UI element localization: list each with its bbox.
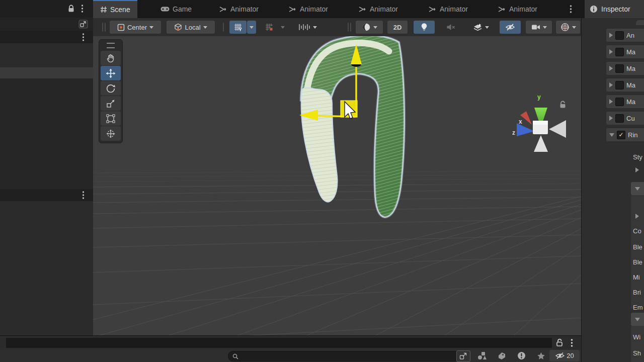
move-tool[interactable]	[101, 66, 121, 80]
tab-animator-5[interactable]: Animator	[491, 0, 544, 18]
foldout-icon[interactable]	[609, 49, 613, 54]
open-search-window-button[interactable]	[456, 350, 470, 362]
chevron-down-icon	[203, 26, 207, 29]
overlay-drag-handle-icon[interactable]	[107, 43, 115, 48]
scene-visibility-toggle[interactable]	[500, 21, 521, 34]
property-label: Ble	[633, 258, 642, 266]
snap-increment-dropdown[interactable]	[293, 21, 321, 34]
move-icon	[106, 68, 116, 78]
rotate-icon	[106, 83, 116, 94]
filter-by-type-button[interactable]	[475, 350, 489, 361]
tab-label: Animator	[300, 5, 328, 13]
tab-animator-3[interactable]: Animator	[352, 0, 405, 18]
view-hand-tool[interactable]	[101, 51, 121, 65]
component-enabled-checkbox[interactable]	[615, 81, 624, 89]
section-foldout-header[interactable]	[631, 313, 644, 326]
property-label: Ble	[633, 243, 642, 251]
tab-animator-2[interactable]: Animator	[282, 0, 335, 18]
component-enabled-checkbox[interactable]	[615, 48, 624, 56]
search-icon	[232, 353, 238, 359]
gizmo-unlock-icon[interactable]	[559, 101, 567, 109]
component-enabled-checkbox[interactable]	[615, 98, 624, 106]
tab-scene[interactable]: Scene	[93, 0, 137, 18]
pivot-mode-dropdown[interactable]: Center	[110, 21, 161, 34]
component-row[interactable]: An	[606, 29, 644, 42]
component-label: Ma	[626, 65, 635, 72]
hidden-objects-counter[interactable]: 20	[549, 350, 580, 361]
property-label: Em	[633, 304, 643, 311]
component-enabled-checkbox[interactable]: ✓	[617, 131, 625, 139]
scene-grid	[93, 166, 581, 335]
filter-by-label-button[interactable]	[495, 350, 508, 361]
left-panel-body3	[0, 201, 94, 335]
grid-visibility-dropdown[interactable]	[247, 21, 256, 34]
left-panel-body1	[0, 43, 93, 67]
component-row-expanded[interactable]: ✓ Rin	[606, 128, 644, 141]
gizmo-down-cone[interactable]	[534, 135, 548, 152]
rect-tool[interactable]	[101, 111, 121, 126]
foldout-icon[interactable]	[635, 214, 639, 219]
tab-animator-4[interactable]: Animator	[422, 0, 475, 18]
transform-icon	[106, 129, 116, 139]
orientation-gizmo	[517, 108, 566, 152]
search-input[interactable]	[241, 352, 434, 360]
component-enabled-checkbox[interactable]	[615, 114, 624, 123]
tools-overlay	[99, 39, 123, 143]
panel-menu-kebab-icon[interactable]	[82, 33, 85, 42]
gizmos-dropdown[interactable]	[556, 21, 580, 34]
camera-settings-dropdown[interactable]	[526, 21, 552, 34]
audio-mute-toggle[interactable]	[440, 21, 461, 34]
property-label: Sty	[633, 153, 642, 161]
foldout-icon[interactable]	[609, 33, 613, 38]
grid-snapping-toggle[interactable]	[261, 21, 278, 34]
scene-lighting-toggle[interactable]	[414, 21, 435, 34]
component-row[interactable]: Ma	[606, 78, 644, 92]
panel-menu-kebab-icon[interactable]	[81, 4, 84, 13]
console-warning-button[interactable]	[515, 350, 528, 361]
left-panel-selected-row[interactable]	[0, 67, 93, 78]
foldout-icon[interactable]	[609, 99, 613, 104]
panel-menu-kebab-icon[interactable]	[571, 338, 573, 347]
bottom-status-field[interactable]	[6, 338, 552, 348]
scene-grid-icon	[100, 6, 107, 13]
scale-tool[interactable]	[101, 96, 121, 111]
handle-rotation-dropdown[interactable]: Local	[167, 21, 215, 34]
tab-inspector[interactable]: Inspector	[585, 0, 644, 18]
tab-overflow-kebab-icon[interactable]	[570, 5, 572, 14]
search-field[interactable]	[228, 351, 460, 361]
draw-mode-dropdown[interactable]	[356, 21, 383, 34]
foldout-icon[interactable]	[609, 66, 613, 71]
2d-view-toggle[interactable]: 2D	[387, 21, 408, 34]
component-row[interactable]: Ma	[606, 62, 644, 75]
rotate-tool[interactable]	[101, 81, 121, 96]
foldout-open-icon[interactable]	[609, 133, 614, 137]
favorites-star-button[interactable]	[534, 350, 547, 361]
effects-dropdown[interactable]	[466, 21, 496, 34]
grid-snap-icon	[265, 23, 274, 32]
lock-icon[interactable]	[67, 5, 75, 13]
chevron-down-icon	[281, 26, 285, 29]
foldout-icon[interactable]	[609, 82, 613, 87]
gizmo-right-cone[interactable]	[549, 120, 566, 138]
foldout-icon[interactable]	[635, 167, 639, 172]
material-properties-box: Co Ble Ble Mi Bri Em	[631, 195, 644, 309]
component-enabled-checkbox[interactable]	[615, 31, 624, 40]
component-row[interactable]: Cu	[606, 112, 644, 125]
grid-visibility-toggle[interactable]	[229, 21, 247, 34]
component-row[interactable]: Ma	[606, 45, 644, 58]
foldout-icon[interactable]	[609, 116, 613, 121]
gizmo-y-label: y	[537, 94, 541, 101]
component-enabled-checkbox[interactable]	[615, 64, 624, 73]
grid-snapping-dropdown[interactable]	[278, 21, 287, 34]
inspector-tabbar: Inspector	[581, 0, 644, 18]
tab-game[interactable]: Game	[153, 0, 199, 18]
transform-tool[interactable]	[101, 126, 121, 141]
material-foldout-header[interactable]	[631, 182, 644, 195]
maximize-icon[interactable]	[78, 20, 88, 29]
tab-animator-1[interactable]: Animator	[212, 0, 266, 18]
scene-viewport[interactable]: y x z Front	[93, 36, 581, 335]
component-label: Ma	[626, 98, 635, 106]
unlock-icon[interactable]	[555, 338, 564, 347]
panel-menu-kebab-icon[interactable]	[82, 191, 85, 200]
component-row[interactable]: Ma	[606, 95, 644, 108]
